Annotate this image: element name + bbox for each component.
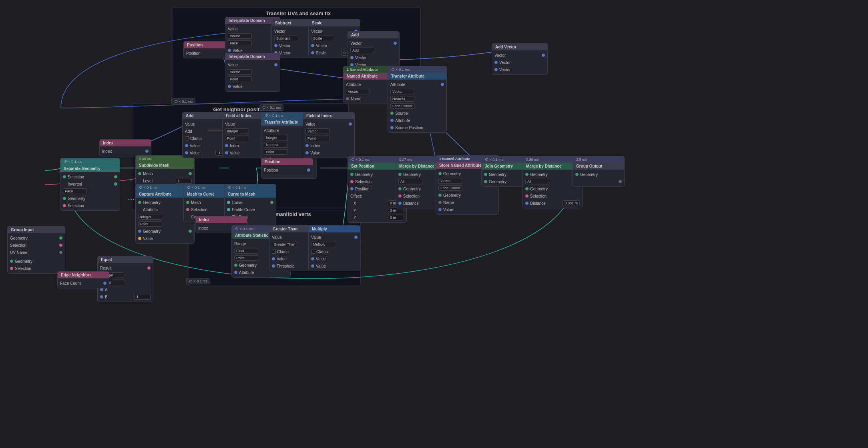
node-row-sep-selection2: Selection (60, 202, 120, 209)
node-row-selection2-out: Selection (8, 265, 65, 272)
socket-sep-geo-out (114, 175, 117, 178)
node-row-geometry-out: Geometry (8, 234, 65, 242)
node-row-index-out: Index (100, 148, 151, 155)
node-row-sep-face: Face (60, 188, 120, 195)
node-add-vector[interactable]: Add Vector Vector Vector Vector (492, 43, 548, 75)
node-separate-geometry-label: Separate Geometry (64, 166, 100, 171)
node-multiply[interactable]: Multiply Value Multiply Clamp Value Valu… (308, 225, 360, 271)
socket-sep-geo2-in (63, 197, 66, 200)
node-index-label: Index (103, 141, 113, 145)
node-row-sep-inverted: Inverted (60, 180, 120, 188)
node-group-input-header: Group Input (8, 226, 65, 233)
node-row-geometry2-out: Geometry (8, 258, 65, 265)
node-transfer-attribute-top[interactable]: ⏱ < 0.1 ms Transfer Attribute Attribute … (388, 66, 447, 133)
node-group-input-label: Group Input (11, 228, 34, 232)
node-index-body: Index (100, 146, 151, 156)
socket-geometry-out (59, 236, 62, 240)
socket-selection2-left (10, 267, 13, 270)
frame-title-transfer-uvs: Transfer UVs and seam fix (176, 10, 420, 16)
node-group-input[interactable]: Group Input Geometry Selection UV Name G… (7, 226, 65, 274)
node-add-top[interactable]: Add Vector Add Vector Vector (348, 31, 400, 70)
socket-index-out (145, 150, 149, 153)
socket-uvname-out (59, 251, 62, 254)
node-separate-geometry-body: Selection Inverted Face Geometry Selecti… (60, 172, 120, 210)
socket-sep-inverted-out (114, 182, 117, 186)
node-index[interactable]: Index Index (99, 139, 151, 156)
node-group-output[interactable]: 2.5 ms Group Output Geometry (573, 156, 625, 187)
node-editor-canvas: Transfer UVs and seam fix Get neighbor p… (0, 0, 868, 448)
node-capture-label: Capture Attribute (139, 192, 172, 196)
timing-badge-top: ⏱ < 0.1 ms (171, 98, 195, 105)
node-subdivide-mesh[interactable]: 0.36 ms Subdivide Mesh Mesh Level 1 (135, 155, 195, 186)
node-field-at-index2[interactable]: Field at Index Value Vector Point Index … (303, 112, 355, 158)
frame-title-get-neighbor: Get neighbor position (132, 106, 348, 112)
socket-geometry2-left (10, 260, 13, 263)
timing-badge-get-neighbor: ⏱ < 0.1 ms (259, 104, 283, 111)
socket-sep-sel2-in (63, 204, 66, 207)
node-position-inner[interactable]: Position Position (261, 158, 313, 175)
node-separate-geometry[interactable]: ⏱ < 0.1 ms Separate Geometry Selection I… (60, 158, 120, 211)
socket-selection-out (59, 244, 62, 247)
node-separate-geometry-header: ⏱ < 0.1 ms (60, 158, 120, 165)
socket-sep-geo-in (63, 175, 66, 178)
node-group-input-body: Geometry Selection UV Name Geometry Sele… (8, 233, 65, 273)
node-row-sep-geometry2: Geometry (60, 195, 120, 202)
timing-badge-select-nonmanifold: ⏱ < 0.1 ms (186, 278, 210, 284)
node-index-header: Index (100, 140, 151, 146)
node-row-selection-out: Selection (8, 242, 65, 249)
node-edge-neighbors[interactable]: Edge Neighbors Face Count (57, 271, 109, 288)
node-row-uvname-out: UV Name (8, 249, 65, 256)
node-subdivide-label: Subdivide Mesh (139, 163, 169, 168)
node-row-sep-geo: Selection (60, 173, 120, 180)
node-interpolate-domain2[interactable]: Interpolate Domain Value Vector Point Va… (225, 53, 280, 92)
